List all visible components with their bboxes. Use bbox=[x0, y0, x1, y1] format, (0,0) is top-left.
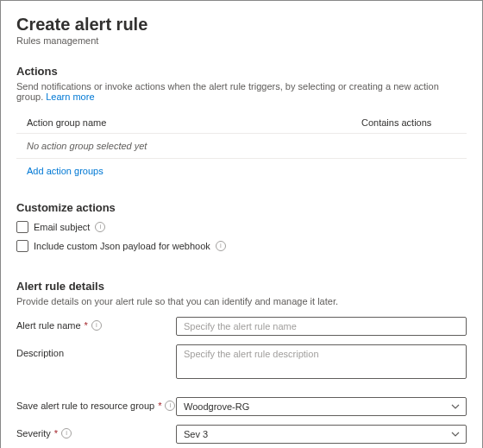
required-indicator: * bbox=[54, 428, 58, 439]
info-icon[interactable] bbox=[165, 401, 175, 411]
add-action-groups-link[interactable]: Add action groups bbox=[16, 166, 104, 176]
info-icon[interactable] bbox=[216, 241, 226, 251]
action-group-empty-row: No action group selected yet bbox=[16, 133, 467, 159]
description-input[interactable] bbox=[176, 344, 467, 379]
actions-help-text: Send notifications or invoke actions whe… bbox=[16, 81, 467, 102]
info-icon[interactable] bbox=[95, 222, 105, 232]
col-contains-actions: Contains actions bbox=[361, 117, 456, 128]
actions-heading: Actions bbox=[16, 65, 467, 78]
alert-rule-name-input[interactable] bbox=[176, 317, 467, 336]
email-subject-checkbox[interactable] bbox=[16, 221, 28, 233]
alert-rule-name-label: Alert rule name bbox=[16, 320, 81, 331]
required-indicator: * bbox=[85, 320, 88, 331]
required-indicator: * bbox=[158, 401, 161, 411]
page-title: Create alert rule bbox=[16, 15, 467, 35]
alert-rule-details-heading: Alert rule details bbox=[16, 280, 467, 293]
page-subtitle: Rules management bbox=[16, 35, 467, 46]
action-group-table-header: Action group name Contains actions bbox=[16, 112, 467, 133]
resource-group-label: Save alert rule to resource group bbox=[16, 401, 154, 411]
col-action-group-name: Action group name bbox=[27, 117, 361, 128]
webhook-payload-label: Include custom Json payload for webhook bbox=[34, 241, 210, 251]
severity-label: Severity bbox=[16, 428, 51, 439]
learn-more-link[interactable]: Learn more bbox=[46, 91, 94, 102]
email-subject-label: Email subject bbox=[34, 222, 90, 232]
customize-actions-heading: Customize actions bbox=[16, 201, 467, 214]
severity-select[interactable]: Sev 3 bbox=[176, 425, 467, 444]
info-icon[interactable] bbox=[61, 428, 72, 439]
webhook-payload-checkbox[interactable] bbox=[16, 240, 28, 252]
resource-group-select[interactable]: Woodgrove-RG bbox=[176, 397, 467, 416]
description-label: Description bbox=[16, 348, 64, 358]
info-icon[interactable] bbox=[91, 320, 102, 331]
details-help-text: Provide details on your alert rule so th… bbox=[16, 296, 467, 306]
